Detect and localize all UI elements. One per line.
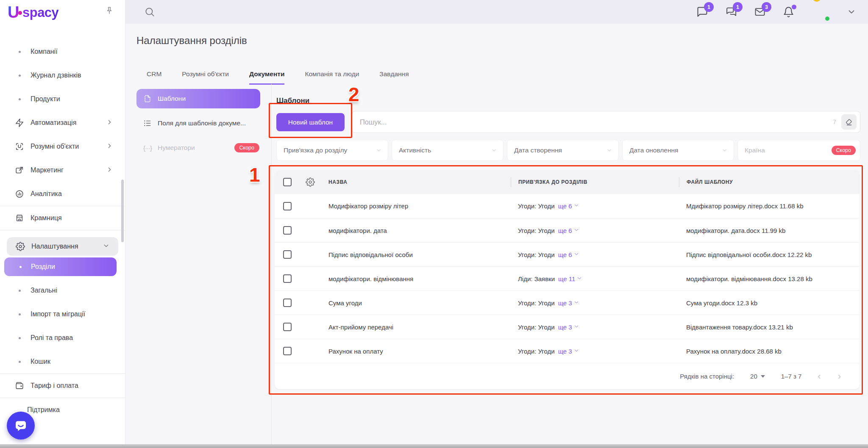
logo-text: spacy xyxy=(22,5,58,20)
sidebar-item[interactable]: Імпорт та міграції xyxy=(0,302,125,326)
table-row[interactable]: модифікатори. відмінюванняЛіди: Заявкище… xyxy=(275,266,860,290)
sidebar-item[interactable]: Аналітика xyxy=(0,182,125,206)
logo-dot-icon xyxy=(18,11,22,15)
sidebar-item[interactable]: Продукти xyxy=(0,87,125,111)
search-input[interactable] xyxy=(352,118,833,126)
template-name: Сума угоди xyxy=(321,299,511,307)
table-row[interactable]: Акт-прийому передачіУгоди: Угодище 3Відв… xyxy=(275,315,860,339)
sidebar-item[interactable]: Крамниця xyxy=(0,206,125,230)
notifications-bell-icon[interactable] xyxy=(783,6,794,18)
support-chat-button[interactable] xyxy=(7,412,35,440)
more-bindings-link[interactable]: ще 3 xyxy=(558,299,579,307)
sidebar-divider xyxy=(0,230,125,230)
select-triangle-icon xyxy=(761,375,765,378)
sidebar-item[interactable]: Розумні об'єкти xyxy=(0,135,125,158)
sidebar-item[interactable]: Кошик xyxy=(0,350,125,373)
user-avatar[interactable] xyxy=(811,3,830,21)
main-content: Налаштування розділів CRMРозумні об'єкти… xyxy=(125,24,868,448)
row-checkbox[interactable] xyxy=(283,202,292,210)
prev-page-chevron-icon[interactable]: ‹ xyxy=(818,372,821,381)
more-bindings-link[interactable]: ще 6 xyxy=(558,251,579,258)
filter-select[interactable]: Дата оновлення xyxy=(622,140,734,161)
more-bindings-link[interactable]: ще 11 xyxy=(558,275,582,282)
rows-per-page-select[interactable]: 20 xyxy=(750,373,765,380)
filter-select[interactable]: Дата створення xyxy=(507,140,619,161)
messages-icon[interactable]: 1 xyxy=(696,6,708,18)
submenu-item[interactable]: Поля для шаблонів докуме... xyxy=(136,113,260,133)
fields-icon xyxy=(142,119,153,127)
template-name: Рахунок на оплату xyxy=(321,348,511,355)
table-row[interactable]: Модифікатор розміру літерУгоди: Угодище … xyxy=(275,194,860,218)
template-file: Рахунок на оплату.docx 28.68 kb xyxy=(679,348,860,355)
sidebar-item[interactable]: Ролі та права xyxy=(0,326,125,350)
tab-документи[interactable]: Документи xyxy=(249,70,284,85)
chevron-down-icon xyxy=(573,227,579,234)
table-row[interactable]: Сума угодиУгоди: Угодище 3Сума угоди.doc… xyxy=(275,290,860,315)
sidebar-item[interactable]: Компанії xyxy=(0,40,125,64)
column-header-binding[interactable]: ПРИВ'ЯЗКА ДО РОЗДІЛІВ xyxy=(511,177,679,187)
filter-label: Дата створення xyxy=(514,147,562,154)
row-checkbox[interactable] xyxy=(283,347,292,355)
chevron-down-icon xyxy=(576,275,582,282)
bullet-icon xyxy=(19,361,21,363)
column-header-file[interactable]: ФАЙЛ ШАБЛОНУ xyxy=(679,177,860,187)
sidebar-item-label: Імпорт та міграції xyxy=(31,310,85,318)
sidebar-nav: КомпаніїЖурнал дзвінківПродуктиАвтоматиз… xyxy=(0,24,125,422)
table-row[interactable]: Підпис відповідальної особиУгоди: Угодищ… xyxy=(275,242,860,266)
annotation-number-1: 1 xyxy=(249,163,260,186)
new-template-button[interactable]: Новий шаблон xyxy=(276,113,345,131)
binding-value: Угоди: Угоди xyxy=(518,348,555,355)
sidebar-item-settings-expanded[interactable]: Налаштування xyxy=(7,237,118,256)
sidebar-scrollbar[interactable] xyxy=(121,180,124,242)
more-bindings-link[interactable]: ще 3 xyxy=(558,348,579,355)
more-bindings-link[interactable]: ще 3 xyxy=(558,324,579,331)
template-name: Модифікатор розміру літер xyxy=(321,202,511,210)
pin-sidebar-icon[interactable] xyxy=(105,6,114,17)
sidebar-item[interactable]: Загальні xyxy=(0,279,125,302)
more-bindings-link[interactable]: ще 6 xyxy=(558,202,579,210)
chevron-right-icon xyxy=(106,142,113,151)
column-header-name[interactable]: НАЗВА xyxy=(321,179,511,185)
binding-value: Угоди: Угоди xyxy=(518,299,555,307)
tab-crm[interactable]: CRM xyxy=(147,70,161,85)
filter-label: Прив'язка до розділу xyxy=(284,147,347,154)
tab-розумні-об-єкти[interactable]: Розумні об'єкти xyxy=(182,70,229,85)
table-row[interactable]: модифікатори. датаУгоди: Угодище 6модифі… xyxy=(275,218,860,242)
uspacy-logo[interactable]: U spacy xyxy=(8,3,58,22)
bullet-icon xyxy=(19,266,22,268)
row-checkbox[interactable] xyxy=(283,274,292,283)
profile-chevron-down-icon[interactable] xyxy=(847,7,856,17)
group-chats-icon[interactable]: 1 xyxy=(725,6,737,18)
column-settings-gear-icon[interactable] xyxy=(299,177,321,187)
sidebar-item-active[interactable]: Розділи xyxy=(4,257,117,276)
more-bindings-link[interactable]: ще 6 xyxy=(558,227,579,234)
filter-select[interactable]: Активність xyxy=(392,140,504,161)
template-file: Відвантаження товару.docx 13.21 kb xyxy=(679,324,860,331)
select-all-checkbox[interactable] xyxy=(283,178,292,186)
row-checkbox[interactable] xyxy=(283,323,292,331)
tab-компанія-та-люди[interactable]: Компанія та люди xyxy=(305,70,359,85)
tab-завдання[interactable]: Завдання xyxy=(379,70,409,85)
filter-select[interactable]: Прив'язка до розділу xyxy=(276,140,388,161)
messages-badge: 1 xyxy=(704,2,714,12)
sidebar-item-label: Маркетинг xyxy=(31,166,64,174)
sidebar-item[interactable]: Журнал дзвінків xyxy=(0,64,125,87)
mail-icon[interactable]: 3 xyxy=(754,6,766,18)
row-checkbox[interactable] xyxy=(283,226,292,235)
row-checkbox[interactable] xyxy=(283,250,292,259)
sidebar-item[interactable]: Маркетинг xyxy=(0,158,125,182)
chevron-down-icon xyxy=(573,299,579,307)
window-bottom-scrollbar[interactable] xyxy=(0,444,868,448)
table-row[interactable]: Рахунок на оплатуУгоди: Угодище 3Рахунок… xyxy=(275,339,860,363)
row-checkbox[interactable] xyxy=(283,299,292,307)
filter-label: Дата оновлення xyxy=(629,147,679,154)
global-search-icon[interactable] xyxy=(144,6,155,17)
chevron-down-icon xyxy=(103,242,110,251)
submenu-item[interactable]: Шаблони xyxy=(136,89,260,108)
filter-select: КраїнаСкоро xyxy=(737,140,860,161)
clear-search-button[interactable] xyxy=(841,114,857,130)
sidebar-item[interactable]: Автоматизація xyxy=(0,111,125,135)
sidebar-item[interactable]: Тариф і оплата xyxy=(0,374,125,398)
templates-table-card: НАЗВА ПРИВ'ЯЗКА ДО РОЗДІЛІВ ФАЙЛ ШАБЛОНУ… xyxy=(275,170,860,389)
next-page-chevron-icon[interactable]: › xyxy=(838,372,841,381)
